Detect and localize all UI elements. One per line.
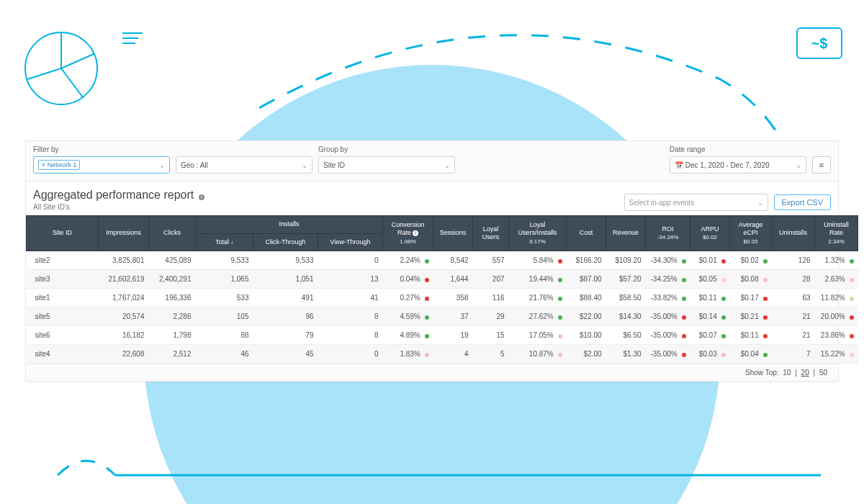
report-panel: Filter by × Network 1 ⌄ Geo : All ⌄ Grou… <box>25 140 839 382</box>
sliders-icon: ≡ <box>819 161 824 169</box>
info-icon[interactable]: i <box>199 194 204 200</box>
col-roi[interactable]: ROI-34.24% <box>646 216 690 251</box>
pager-option-50[interactable]: 50 <box>819 369 827 377</box>
group-by-label: Group by <box>318 145 455 153</box>
svg-point-1 <box>25 32 97 104</box>
group-by-select[interactable]: Site ID ⌄ <box>318 156 455 174</box>
performance-table: Site ID Impressions Clicks Installs Conv… <box>26 215 858 364</box>
table-body: site23,825,801425,0899,5339,53302.24% 8,… <box>27 251 858 364</box>
col-avg-ecpi[interactable]: Average eCPI$0.03 <box>730 216 772 251</box>
date-range-select[interactable]: 📅 Dec 1, 2020 - Dec 7, 2020 ⌄ <box>670 156 806 174</box>
col-revenue[interactable]: Revenue <box>606 216 646 251</box>
pager-option-10[interactable]: 10 <box>783 369 791 377</box>
col-sessions[interactable]: Sessions <box>433 216 473 251</box>
svg-line-4 <box>61 68 83 97</box>
col-clicks[interactable]: Clicks <box>149 216 196 251</box>
col-installs-click-through[interactable]: Click-Through <box>253 233 318 251</box>
report-subtitle: All Site ID's <box>33 203 204 211</box>
col-site-id[interactable]: Site ID <box>27 216 99 251</box>
table-row[interactable]: site321,602,6192,400,2911,0651,051130.04… <box>27 270 858 289</box>
settings-button[interactable]: ≡ <box>812 156 831 174</box>
decor-dashed-line <box>43 418 835 504</box>
col-impressions[interactable]: Impressions <box>99 216 149 251</box>
chevron-down-icon: ⌄ <box>796 161 801 169</box>
svg-line-3 <box>61 54 94 68</box>
date-range-label: Date range <box>670 145 806 153</box>
export-csv-button[interactable]: Export CSV <box>774 194 831 210</box>
decor-pie-icon <box>22 29 101 108</box>
col-arpu[interactable]: ARPU$0.02 <box>690 216 730 251</box>
table-row[interactable]: site520,5742,2861059684.59% 372927.62% $… <box>27 307 858 326</box>
col-conversion-rate[interactable]: Conversion Ratei1.98% <box>383 216 433 251</box>
filter-geo-select[interactable]: Geo : All ⌄ <box>176 156 312 174</box>
table-row[interactable]: site422,6082,512464501.83% 4510.87% $2.0… <box>27 345 858 364</box>
col-uninstall-rate[interactable]: Uninstall Rate2.34% <box>815 216 858 251</box>
sort-desc-icon: ↓ <box>230 239 233 246</box>
chevron-down-icon: ⌄ <box>302 161 307 169</box>
col-installs-group[interactable]: Installs <box>196 216 383 234</box>
report-title: Aggregated performance report i <box>33 189 204 202</box>
table-header: Site ID Impressions Clicks Installs Conv… <box>27 216 858 251</box>
decor-hamburger-icon <box>122 29 143 48</box>
chevron-down-icon: ⌄ <box>159 161 165 169</box>
inapp-events-select[interactable]: Select in-app events ⌄ <box>624 194 768 211</box>
col-installs-view-through[interactable]: View-Through <box>318 233 383 251</box>
pagination: Show Top: 10 | 20 | 50 <box>26 364 838 381</box>
decor-dollar-box: ~$ <box>796 27 842 59</box>
info-icon: i <box>413 230 418 236</box>
chevron-down-icon: ⌄ <box>757 199 763 207</box>
svg-line-5 <box>27 68 61 79</box>
table-row[interactable]: site11,767,024196,336533491410.27% 35811… <box>27 289 858 307</box>
title-row: Aggregated performance report i All Site… <box>26 181 838 215</box>
table-row[interactable]: site23,825,801425,0899,5339,53302.24% 8,… <box>27 251 858 270</box>
col-uninstalls[interactable]: Uninstalls <box>772 216 815 251</box>
col-cost[interactable]: Cost <box>567 216 606 251</box>
filter-by-label: Filter by <box>33 145 170 153</box>
pager-option-20[interactable]: 20 <box>801 369 809 377</box>
table-row[interactable]: site616,1821,798887984.89% 191517.05% $1… <box>27 326 858 345</box>
chevron-down-icon: ⌄ <box>444 161 450 169</box>
filter-network-tag[interactable]: × Network 1 <box>38 160 80 170</box>
col-loyal-users[interactable]: Loyal Users <box>473 216 509 251</box>
filters-row: Filter by × Network 1 ⌄ Geo : All ⌄ Grou… <box>26 141 838 181</box>
col-installs-total[interactable]: Total↓ <box>196 233 253 251</box>
filter-network-select[interactable]: × Network 1 ⌄ <box>33 156 170 174</box>
col-loyal-users-installs[interactable]: Loyal Users/Installs8.17% <box>509 216 567 251</box>
